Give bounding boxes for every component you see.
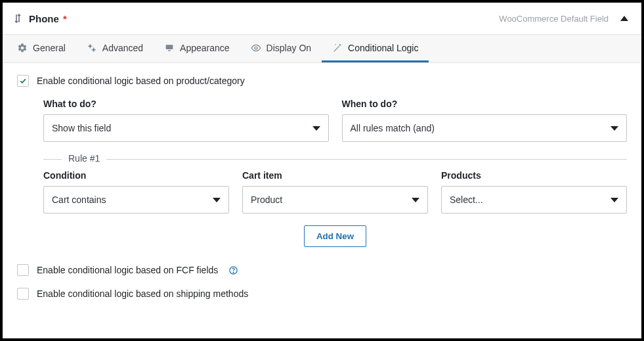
enable-product-label: Enable conditional logic based on produc…: [37, 76, 245, 86]
rule-legend: Rule #1: [62, 153, 106, 164]
when-to-do-select[interactable]: All rules match (and): [342, 114, 628, 142]
svg-point-1: [92, 48, 95, 51]
svg-point-6: [233, 272, 234, 273]
svg-rect-3: [168, 50, 171, 51]
what-to-do-select[interactable]: Show this field: [43, 114, 329, 142]
enable-product-row: Enable conditional logic based on produc…: [17, 75, 627, 87]
enable-fcf-checkbox[interactable]: [17, 264, 29, 276]
chevron-down-icon: [412, 198, 419, 202]
tab-advanced[interactable]: Advanced: [76, 35, 154, 62]
panel-title: Phone *: [29, 13, 67, 24]
tab-content: Enable conditional logic based on produc…: [3, 63, 641, 300]
cart-item-select[interactable]: Product: [242, 186, 428, 214]
tab-label: Conditional Logic: [348, 43, 418, 53]
svg-rect-2: [166, 45, 173, 49]
action-row: What to do? Show this field When to do? …: [43, 99, 627, 142]
panel-header: Phone * WooCommerce Default Field: [3, 3, 641, 34]
select-value: All rules match (and): [351, 123, 435, 133]
field-settings-panel: Phone * WooCommerce Default Field Genera…: [0, 0, 644, 341]
gears-icon: [87, 43, 97, 53]
gear-icon: [17, 43, 28, 53]
tab-conditional-logic[interactable]: Conditional Logic: [322, 35, 429, 62]
tab-general[interactable]: General: [7, 35, 76, 62]
chevron-down-icon: [312, 126, 320, 131]
select-value: Cart contains: [52, 194, 106, 205]
add-new-button[interactable]: Add New: [304, 225, 366, 247]
when-to-do-label: When to do?: [342, 99, 628, 109]
products-label: Products: [441, 170, 627, 181]
enable-product-checkbox[interactable]: [17, 75, 29, 87]
what-to-do-label: What to do?: [43, 99, 329, 109]
wand-icon: [332, 43, 343, 53]
collapse-caret-icon[interactable]: [620, 16, 628, 21]
rule-fieldset: Rule #1 Condition Cart contains Cart ite…: [43, 159, 627, 247]
settings-tabs: General Advanced Appearance Display On C…: [3, 34, 641, 63]
condition-label: Condition: [43, 170, 229, 181]
enable-shipping-label: Enable conditional logic based on shippi…: [37, 288, 248, 299]
chevron-down-icon: [213, 198, 221, 202]
chevron-down-icon: [611, 198, 618, 202]
tab-label: Advanced: [102, 43, 143, 53]
required-marker: *: [63, 13, 67, 24]
enable-shipping-checkbox[interactable]: [17, 288, 29, 300]
svg-point-4: [255, 47, 257, 49]
products-select[interactable]: Select...: [441, 186, 627, 214]
select-value: Show this field: [52, 123, 111, 133]
select-value: Product: [251, 194, 282, 205]
enable-shipping-row: Enable conditional logic based on shippi…: [17, 288, 627, 300]
svg-point-0: [89, 45, 91, 47]
chevron-down-icon: [611, 126, 618, 131]
appearance-icon: [164, 43, 175, 53]
eye-icon: [251, 43, 261, 53]
field-type-label: WooCommerce Default Field: [499, 14, 609, 24]
select-value: Select...: [450, 194, 483, 205]
tab-label: Display On: [267, 43, 311, 53]
tab-display-on[interactable]: Display On: [240, 35, 322, 62]
enable-fcf-row: Enable conditional logic based on FCF fi…: [17, 264, 627, 276]
condition-select[interactable]: Cart contains: [43, 186, 229, 214]
field-name: Phone: [29, 13, 59, 24]
help-icon[interactable]: [228, 265, 238, 275]
enable-fcf-label: Enable conditional logic based on FCF fi…: [37, 265, 218, 275]
tab-appearance[interactable]: Appearance: [154, 35, 240, 62]
drag-handle-icon[interactable]: [7, 13, 29, 24]
tab-label: Appearance: [180, 43, 230, 53]
tab-label: General: [33, 43, 66, 53]
cart-item-label: Cart item: [242, 170, 428, 181]
